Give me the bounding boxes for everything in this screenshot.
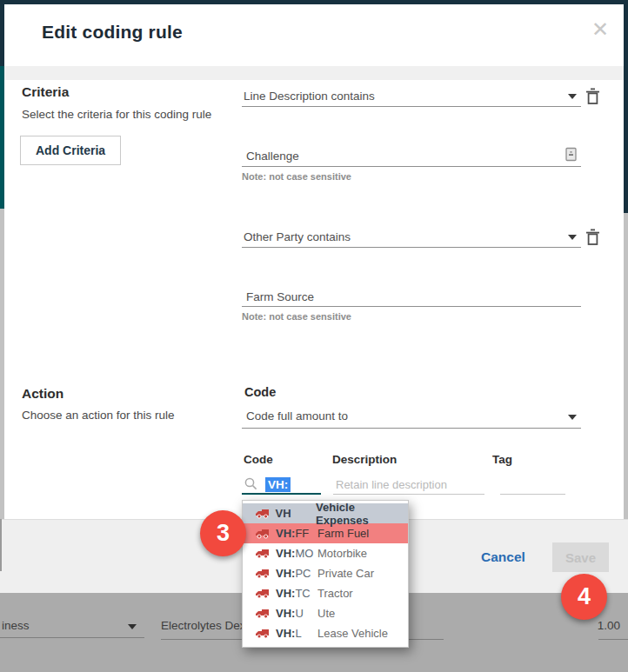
input-underline: [500, 494, 565, 495]
case-sensitivity-note: Note: not case sensitive: [242, 171, 351, 182]
code-description: Vehicle Expenses: [316, 501, 408, 527]
criteria-1-value-input[interactable]: Challenge: [246, 150, 299, 163]
code-text: VH:: [276, 627, 295, 640]
vehicle-icon: [256, 628, 270, 639]
criteria-2-condition-select[interactable]: Other Party contains: [244, 230, 351, 243]
code-menu-item[interactable]: VH Vehicle Expenses: [243, 503, 408, 523]
vehicle-icon: [256, 568, 270, 579]
vehicle-icon: [256, 528, 270, 539]
callout-badge-3: 3: [200, 510, 246, 556]
select-underline: [242, 106, 581, 107]
trash-icon[interactable]: [585, 88, 600, 109]
modal-title: Edit coding rule: [42, 22, 183, 43]
save-button[interactable]: Save: [552, 542, 609, 572]
cancel-button[interactable]: Cancel: [481, 549, 525, 565]
tag-input[interactable]: [500, 478, 565, 493]
field-underline: [0, 637, 144, 638]
code-suffix: MO: [295, 547, 313, 560]
add-criteria-button[interactable]: Add Criteria: [20, 136, 121, 165]
description-column-header: Description: [332, 453, 397, 466]
code-description: Tractor: [317, 587, 353, 600]
edit-coding-rule-screen: iness Electrolytes Dexo 1.00 Edit coding…: [0, 0, 628, 672]
criteria-subtitle: Select the criteria for this coding rule: [22, 108, 211, 121]
textbox-icon: [565, 147, 577, 165]
code-input-focus-underline: [242, 493, 321, 495]
input-underline: [333, 494, 484, 495]
code-input[interactable]: VH:: [265, 476, 291, 492]
search-icon: [244, 477, 257, 494]
code-text: VH:: [276, 607, 295, 620]
chevron-down-icon[interactable]: [568, 94, 577, 99]
select-underline: [242, 428, 581, 429]
code-suffix: U: [295, 607, 303, 620]
code-menu-item[interactable]: VH:TC Tractor: [243, 583, 408, 603]
chevron-down-icon: [128, 624, 137, 629]
action-subtitle: Choose an action for this rule: [22, 409, 175, 422]
description-input[interactable]: [336, 478, 484, 491]
input-underline: [242, 306, 581, 307]
vehicle-icon: [256, 508, 270, 519]
code-column-header: Code: [244, 453, 273, 466]
code-description: Farm Fuel: [317, 527, 369, 540]
code-menu-item[interactable]: VH:PC Private Car: [243, 563, 408, 583]
code-description: Lease Vehicle: [317, 627, 388, 640]
select-underline: [242, 247, 581, 248]
header-divider-band: [4, 66, 624, 80]
background-description-field: Electrolytes Dexo: [161, 619, 252, 632]
code-text: VH:: [276, 547, 295, 560]
code-input-selected-text: VH:: [265, 477, 291, 492]
background-account-field: iness: [2, 619, 30, 632]
code-suffix: PC: [295, 567, 311, 580]
tag-column-header: Tag: [492, 453, 512, 466]
code-menu-item[interactable]: VH:MO Motorbike: [243, 543, 408, 563]
code-autocomplete-menu: VH Vehicle Expenses VH:FF Farm Fuel VH:M…: [242, 500, 409, 648]
input-underline: [242, 166, 581, 167]
code-text: VH:: [276, 587, 295, 600]
code-menu-item[interactable]: VH:L Lease Vehicle: [243, 623, 408, 643]
code-text: VH: [276, 507, 291, 520]
code-suffix: L: [295, 627, 301, 640]
code-text: VH:: [276, 527, 295, 540]
criteria-1-condition-select[interactable]: Line Description contains: [244, 90, 375, 103]
code-suffix: TC: [295, 587, 310, 600]
vehicle-icon: [256, 548, 270, 559]
code-section-label: Code: [244, 385, 276, 399]
action-select[interactable]: Code full amount to: [246, 409, 348, 422]
vehicle-icon: [256, 608, 270, 619]
code-description: Private Car: [317, 567, 374, 580]
callout-badge-4: 4: [561, 574, 607, 620]
criteria-heading: Criteria: [22, 84, 69, 100]
modal-border-right: [624, 0, 628, 213]
close-icon[interactable]: ✕: [591, 19, 609, 40]
code-menu-item[interactable]: VH:U Ute: [243, 603, 408, 623]
background-gray-strip: [624, 213, 628, 519]
background-amount-field: 1.00: [565, 619, 620, 632]
code-text: VH:: [276, 567, 295, 580]
code-description: Ute: [317, 607, 335, 620]
code-suffix: FF: [295, 527, 309, 540]
chevron-down-icon[interactable]: [568, 415, 577, 420]
vehicle-icon: [256, 588, 270, 599]
background-edge-line: [0, 519, 2, 571]
field-underline: [598, 639, 628, 640]
action-heading: Action: [22, 386, 63, 402]
trash-icon[interactable]: [585, 229, 600, 250]
criteria-2-value-input[interactable]: Farm Source: [246, 290, 314, 303]
code-description: Motorbike: [317, 547, 367, 560]
case-sensitivity-note: Note: not case sensitive: [242, 311, 351, 322]
chevron-down-icon[interactable]: [568, 235, 577, 240]
